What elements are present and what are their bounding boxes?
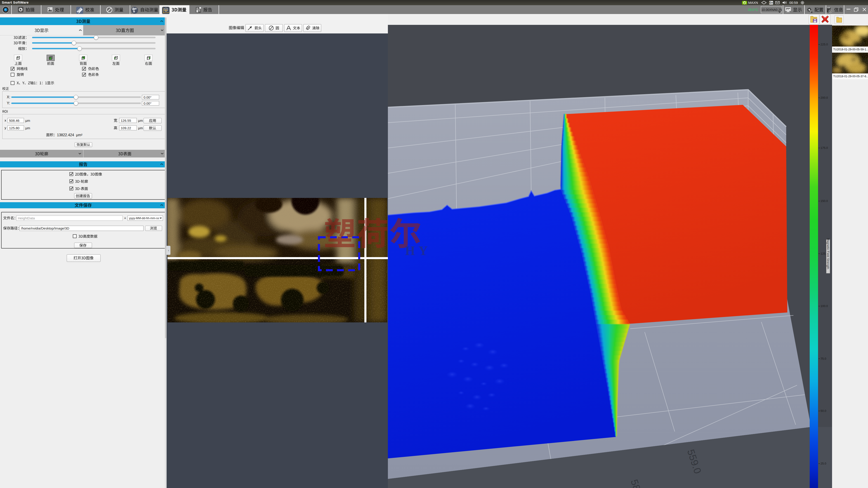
- svg-text:i: i: [830, 10, 831, 13]
- svg-text:3D: 3D: [164, 9, 167, 11]
